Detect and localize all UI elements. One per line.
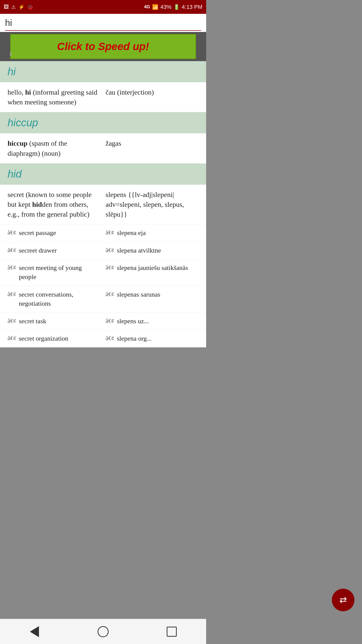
entry-header-hi: hi xyxy=(0,61,206,82)
usb-icon: ⚡ xyxy=(18,4,25,10)
bullet-row-4: â€¢ secret task â€¢ slepens uz... xyxy=(0,313,206,330)
status-bar: 🖼 ⚠ ⚡ 🐞 4G 📶 43% 🔋 4:13 PM xyxy=(0,0,206,14)
bullet-text-en-1: secreet drawer xyxy=(19,246,101,255)
bullet-text-lv-5: slepena org... xyxy=(117,334,199,343)
bullet-sym-1: â€¢ xyxy=(8,246,16,255)
entry-en-hid: secret (known to some people but kept hi… xyxy=(8,190,101,219)
bullet-text-lv-1: slepena atvilktne xyxy=(117,246,199,255)
bullet-sym-5: â€¢ xyxy=(8,334,16,343)
bullet-col-en-2: â€¢ secret meeting of young people xyxy=(8,263,101,282)
bullet-col-lv-0: â€¢ slepena eja xyxy=(106,228,199,237)
entry-en-hiccup: hiccup (spasm of the diaphragm) (noun) xyxy=(8,138,101,158)
warning-icon: ⚠ xyxy=(11,4,16,10)
entry-header-hiccup: hiccup xyxy=(0,112,206,133)
entry-word-hiccup: hiccup xyxy=(8,117,38,129)
bullet-sym-lv-2: â€¢ xyxy=(106,263,114,272)
bullet-text-lv-2: slepena jauniešu satikšanās xyxy=(117,263,199,272)
ad-banner[interactable]: Click to Speed up! ℹ xyxy=(0,32,206,61)
entry-word-hi: hi xyxy=(8,66,16,77)
bullet-col-en-3: â€¢ secret conversations, negotiations xyxy=(8,290,101,308)
bullet-row-3: â€¢ secret conversations, negotiations â… xyxy=(0,286,206,313)
bullet-sym-lv-1: â€¢ xyxy=(106,246,114,255)
status-icons-right: 4G 📶 43% 🔋 4:13 PM xyxy=(144,4,202,10)
bullet-text-lv-3: slepenas sarunas xyxy=(117,290,199,299)
entry-lv-hi: čau (interjection) xyxy=(106,87,199,107)
bullet-col-en-0: â€¢ secret passage xyxy=(8,228,101,237)
entry-lv-hiccup: žagas xyxy=(106,138,199,158)
bullet-sym-4: â€¢ xyxy=(8,317,16,325)
bullet-sym-2: â€¢ xyxy=(8,263,16,272)
dictionary-content: hi hello, hi (informal greeting said whe… xyxy=(0,61,206,347)
bullet-col-en-5: â€¢ secret organization xyxy=(8,334,101,343)
bullet-text-en-5: secret organization xyxy=(19,334,101,343)
entry-body-hi: hello, hi (informal greeting said when m… xyxy=(0,82,206,112)
status-icons-left: 🖼 ⚠ ⚡ 🐞 xyxy=(4,4,33,10)
battery-icon: 🔋 xyxy=(173,4,180,10)
bullet-col-lv-3: â€¢ slepenas sarunas xyxy=(106,290,199,308)
bullet-sym-lv-5: â€¢ xyxy=(106,334,114,343)
ad-text: Click to Speed up! xyxy=(57,41,149,53)
time: 4:13 PM xyxy=(182,4,202,10)
info-icon[interactable]: ℹ xyxy=(10,51,12,57)
bullet-col-lv-2: â€¢ slepena jauniešu satikšanās xyxy=(106,263,199,282)
bullet-sym-0: â€¢ xyxy=(8,228,16,237)
bullet-text-en-3: secret conversations, negotiations xyxy=(19,290,101,308)
signal-icon: 📶 xyxy=(152,4,158,10)
bullet-row-0: â€¢ secret passage â€¢ slepena eja xyxy=(0,224,206,242)
bullet-row-5: â€¢ secret organization â€¢ slepena org.… xyxy=(0,330,206,347)
bullet-row-1: â€¢ secreet drawer â€¢ slepena atvilktne xyxy=(0,242,206,259)
bullet-sym-lv-0: â€¢ xyxy=(106,228,114,237)
entry-header-hid: hid xyxy=(0,164,206,185)
bullet-row-2: â€¢ secret meeting of young people â€¢ s… xyxy=(0,259,206,286)
bullet-text-lv-0: slepena eja xyxy=(117,228,199,237)
bullet-sym-3: â€¢ xyxy=(8,290,16,299)
debug-icon: 🐞 xyxy=(27,4,33,10)
battery-percent: 43% xyxy=(160,4,171,10)
entry-lv-hid: slepens {{lv-adj|slepeni| adv=slepeni, s… xyxy=(106,190,199,219)
search-bar xyxy=(0,14,206,32)
search-input[interactable] xyxy=(5,18,201,28)
bullet-col-lv-1: â€¢ slepena atvilktne xyxy=(106,246,199,255)
ad-inner[interactable]: Click to Speed up! xyxy=(10,34,196,59)
search-input-container xyxy=(5,18,201,31)
bullet-sym-lv-4: â€¢ xyxy=(106,317,114,325)
bullet-text-en-0: secret passage xyxy=(19,228,101,237)
entry-word-hid: hid xyxy=(8,168,22,180)
bullet-text-lv-4: slepens uz... xyxy=(117,317,199,326)
bullet-col-lv-4: â€¢ slepens uz... xyxy=(106,317,199,326)
entry-body-hid: secret (known to some people but kept hi… xyxy=(0,185,206,225)
entry-body-hiccup: hiccup (spasm of the diaphragm) (noun) ž… xyxy=(0,133,206,163)
bullet-col-en-1: â€¢ secreet drawer xyxy=(8,246,101,255)
network-type: 4G xyxy=(144,4,150,10)
bullet-text-en-2: secret meeting of young people xyxy=(19,263,101,282)
gallery-icon: 🖼 xyxy=(4,4,9,10)
bullet-sym-lv-3: â€¢ xyxy=(106,290,114,299)
bullet-col-lv-5: â€¢ slepena org... xyxy=(106,334,199,343)
entry-en-hi: hello, hi (informal greeting said when m… xyxy=(8,87,101,107)
bullet-col-en-4: â€¢ secret task xyxy=(8,317,101,326)
bullet-text-en-4: secret task xyxy=(19,317,101,326)
